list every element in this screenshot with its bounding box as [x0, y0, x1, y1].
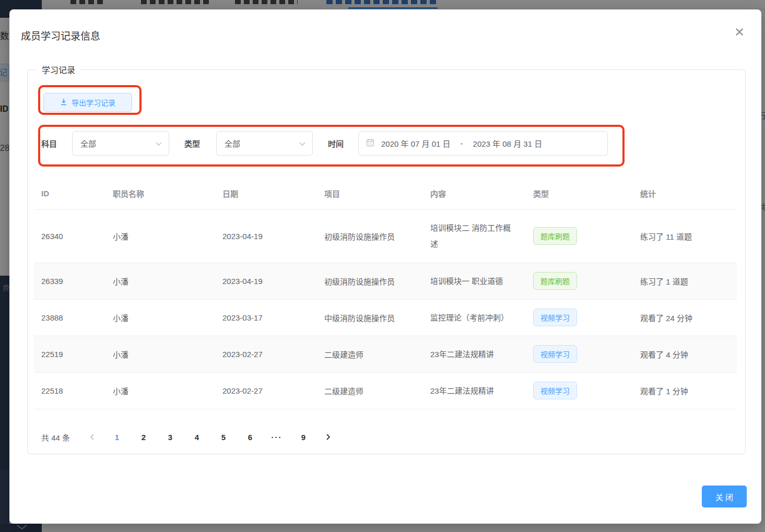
section-legend: 学习记录 — [37, 63, 80, 76]
cell-type: 题库刷题 — [526, 209, 633, 263]
cell-type: 视频学习 — [526, 372, 633, 409]
type-select-value: 全部 — [225, 138, 299, 149]
cell-type: 视频学习 — [526, 299, 633, 336]
pagination-total: 共 44 条 — [41, 432, 70, 443]
subject-select-value: 全部 — [80, 138, 155, 149]
cell-stat: 观看了 1 分钟 — [633, 372, 737, 409]
page-button[interactable]: 5 — [215, 429, 232, 445]
column-header: 职员名称 — [105, 178, 215, 209]
cell-name: 小潘 — [105, 336, 215, 372]
column-header: 内容 — [423, 178, 526, 209]
table-header-row: ID职员名称日期项目内容类型统计 — [34, 178, 737, 209]
cell-project: 初级消防设施操作员 — [317, 209, 423, 263]
cell-id: 22518 — [34, 372, 105, 409]
column-header: 日期 — [215, 178, 317, 209]
table-row: 22518小潘2023-02-27二级建造师23年二建法规精讲视频学习观看了 1… — [34, 372, 737, 409]
cell-name: 小潘 — [105, 372, 215, 409]
cell-content: 监控理论（考前冲刺） — [423, 299, 526, 336]
prev-page-button[interactable] — [85, 429, 99, 445]
cell-date: 2023-03-17 — [215, 299, 317, 336]
chevron-left-icon — [89, 433, 95, 441]
calendar-icon — [366, 138, 374, 148]
cell-project: 二级建造师 — [317, 336, 423, 372]
cell-type: 视频学习 — [526, 336, 633, 372]
subject-select[interactable]: 全部 — [72, 131, 169, 156]
cell-stat: 练习了 11 道题 — [633, 209, 737, 263]
cell-project: 中级消防设施操作员 — [317, 299, 423, 336]
column-header: ID — [34, 178, 105, 209]
cell-project: 初级消防设施操作员 — [317, 263, 423, 299]
close-dialog-button[interactable]: 关 闭 — [702, 486, 747, 507]
subject-filter-label: 科目 — [41, 138, 57, 149]
member-learning-record-dialog: 成员学习记录信息 ✕ 学习记录 导出学习记录 科目 全部 类型 — [9, 9, 761, 524]
cell-content: 培训模块一 职业道德 — [423, 263, 526, 299]
date-range-separator: - — [457, 139, 466, 148]
cell-id: 26339 — [34, 263, 105, 299]
close-icon[interactable]: ✕ — [731, 24, 748, 41]
more-pages-button[interactable]: ··· — [268, 429, 285, 445]
cell-date: 2023-04-19 — [215, 209, 317, 263]
page-button[interactable]: 3 — [162, 429, 179, 445]
pagination-pages: 123456···9 — [109, 429, 312, 445]
page-button[interactable]: 2 — [135, 429, 152, 445]
cell-content: 23年二建法规精讲 — [423, 372, 526, 409]
type-select[interactable]: 全部 — [216, 131, 313, 156]
cell-project: 二级建造师 — [317, 372, 423, 409]
page-button[interactable]: 6 — [242, 429, 258, 445]
page-button[interactable]: 4 — [189, 429, 205, 445]
cell-date: 2023-04-19 — [215, 263, 317, 299]
table-row: 26340小潘2023-04-19初级消防设施操作员培训模块二 消防工作概述题库… — [34, 209, 737, 263]
time-filter-label: 时间 — [328, 138, 344, 149]
date-range-end: 2023 年 08 月 31 日 — [473, 138, 543, 149]
learning-record-section: 学习记录 导出学习记录 科目 全部 类型 全部 — [27, 69, 746, 454]
chevron-right-icon — [326, 433, 331, 441]
type-tag: 视频学习 — [533, 345, 577, 363]
cell-content: 培训模块二 消防工作概述 — [423, 209, 526, 263]
type-tag: 视频学习 — [533, 382, 577, 399]
cell-date: 2023-02-27 — [215, 372, 317, 409]
next-page-button[interactable] — [322, 429, 335, 445]
cell-id: 22519 — [34, 336, 105, 372]
learning-records-table: ID职员名称日期项目内容类型统计 26340小潘2023-04-19初级消防设施… — [34, 178, 737, 409]
date-range-picker[interactable]: 2020 年 07 月 01 日 - 2023 年 08 月 31 日 — [358, 131, 608, 156]
type-tag: 题库刷题 — [533, 227, 577, 245]
export-button-label: 导出学习记录 — [72, 97, 115, 108]
cell-id: 26340 — [34, 209, 105, 263]
chevron-down-icon — [155, 139, 162, 148]
table-body: 26340小潘2023-04-19初级消防设施操作员培训模块二 消防工作概述题库… — [34, 209, 737, 409]
pagination: 共 44 条 123456···9 — [41, 429, 335, 445]
column-header: 项目 — [317, 178, 423, 209]
download-icon — [60, 98, 67, 107]
type-filter-label: 类型 — [184, 138, 200, 149]
chevron-down-icon — [299, 139, 306, 148]
cell-content: 23年二建法规精讲 — [423, 336, 526, 372]
page-button[interactable]: 9 — [295, 429, 312, 445]
cell-name: 小潘 — [105, 209, 215, 263]
type-tag: 视频学习 — [533, 309, 577, 326]
column-header: 统计 — [633, 178, 737, 209]
table-row: 26339小潘2023-04-19初级消防设施操作员培训模块一 职业道德题库刷题… — [34, 263, 737, 299]
table-row: 23888小潘2023-03-17中级消防设施操作员监控理论（考前冲刺）视频学习… — [34, 299, 737, 336]
cell-id: 23888 — [34, 299, 105, 336]
cell-stat: 练习了 1 道题 — [633, 263, 737, 299]
export-learning-record-button[interactable]: 导出学习记录 — [43, 93, 132, 112]
column-header: 类型 — [526, 178, 633, 209]
table-row: 22519小潘2023-02-27二级建造师23年二建法规精讲视频学习观看了 4… — [34, 336, 737, 372]
dialog-title: 成员学习记录信息 — [21, 28, 100, 42]
cell-stat: 观看了 24 分钟 — [633, 299, 737, 336]
date-range-start: 2020 年 07 月 01 日 — [381, 138, 451, 149]
page-button[interactable]: 1 — [109, 429, 125, 445]
type-tag: 题库刷题 — [533, 272, 577, 290]
cell-name: 小潘 — [105, 263, 215, 299]
cell-type: 题库刷题 — [526, 263, 633, 299]
cell-stat: 观看了 4 分钟 — [633, 336, 737, 372]
cell-date: 2023-02-27 — [215, 336, 317, 372]
cell-name: 小潘 — [105, 299, 215, 336]
